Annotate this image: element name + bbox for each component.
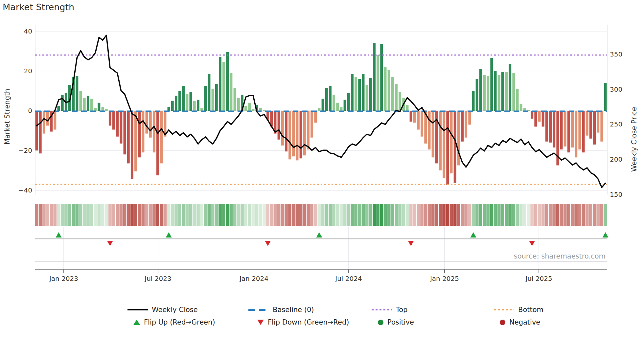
strength-bar	[226, 52, 229, 111]
strength-bar	[83, 98, 86, 111]
strength-bar	[303, 111, 306, 155]
heatmap-cell	[218, 204, 222, 226]
heatmap-cell	[127, 204, 130, 226]
heatmap-cell	[277, 204, 281, 226]
strength-bar	[560, 111, 563, 149]
strength-bar	[285, 111, 288, 151]
heatmap-cell	[255, 204, 259, 226]
strength-bar	[212, 89, 214, 111]
left-tick-neg40: −40	[3, 186, 32, 195]
legend-label: Bottom	[518, 306, 543, 314]
strength-bar	[351, 74, 354, 111]
legend-label: Baseline (0)	[273, 306, 314, 314]
strength-bar	[329, 86, 332, 111]
strength-bar	[230, 73, 232, 111]
strength-bar	[413, 111, 416, 123]
strength-bar	[604, 83, 607, 111]
strength-bar	[542, 111, 544, 126]
heatmap-cell	[318, 204, 321, 226]
legend-weekly-close: Weekly Close	[127, 305, 198, 314]
heatmap-cell	[373, 204, 376, 226]
strength-bar	[468, 111, 471, 124]
heatmap-cell	[182, 204, 185, 226]
strength-bar	[567, 111, 570, 152]
heatmap-cell	[57, 204, 60, 226]
strength-bar	[325, 88, 328, 111]
bottom-dotted-swatch	[494, 309, 514, 310]
heatmap-cell	[226, 204, 229, 226]
strength-bar	[545, 111, 548, 142]
heatmap-cell	[596, 204, 600, 226]
heatmap-cell	[116, 204, 119, 226]
strength-bar	[208, 74, 210, 111]
strength-bar	[355, 77, 357, 111]
heatmap-cell	[446, 204, 449, 226]
flip-down-marker	[529, 241, 535, 246]
legend-baseline: Baseline (0)	[248, 305, 314, 314]
heatmap-cell	[464, 204, 468, 226]
strength-bar	[292, 111, 295, 156]
strength-bar	[197, 100, 199, 111]
heatmap-cell	[391, 204, 394, 226]
strength-bar	[553, 111, 555, 147]
heatmap-cell	[97, 204, 101, 226]
strength-bar	[204, 86, 207, 111]
strength-bar	[131, 111, 133, 179]
strength-bar	[564, 111, 566, 147]
strength-bar	[175, 96, 177, 111]
heatmap-cell	[574, 204, 578, 226]
heatmap-cell	[72, 204, 75, 226]
heatmap-cell	[233, 204, 237, 226]
heatmap-cell	[299, 204, 303, 226]
heatmap-cell	[380, 204, 383, 226]
strength-bar	[487, 76, 489, 111]
heatmap-cell	[457, 204, 460, 226]
strength-bar	[534, 111, 537, 126]
heatmap-cell	[527, 204, 530, 226]
heatmap-cell	[578, 204, 581, 226]
strength-bar	[593, 111, 596, 145]
strength-bar	[465, 111, 467, 138]
top-dotted-swatch	[372, 309, 392, 310]
strength-bar	[369, 78, 372, 111]
strength-bar	[597, 111, 599, 133]
heatmap-cell	[134, 204, 137, 226]
strength-bar	[490, 58, 493, 111]
strength-bar	[58, 106, 60, 111]
strength-bar	[109, 111, 111, 125]
heatmap-cell	[39, 204, 42, 226]
heatmap-cell	[358, 204, 361, 226]
strength-bar	[222, 62, 225, 111]
heatmap-cell	[50, 204, 53, 226]
strength-bar	[54, 111, 56, 130]
strength-bar	[244, 106, 247, 111]
strength-bar	[102, 107, 104, 111]
strength-bar	[190, 92, 192, 111]
market-strength-dashboard: Market Strength Market Strength 40 20 0 …	[0, 0, 644, 362]
strength-bar	[168, 107, 170, 111]
strength-bar	[288, 111, 291, 159]
legend-negative: Negative	[500, 318, 540, 327]
strength-bar	[512, 73, 515, 111]
x-tick-jul-2023: Jul 2023	[128, 275, 188, 283]
heatmap-cell	[64, 204, 68, 226]
legend-flip-up: Flip Up (Red→Green)	[133, 318, 215, 327]
flip-up-marker	[316, 232, 322, 238]
heatmap-cell	[571, 204, 574, 226]
strength-bar	[43, 111, 45, 134]
heatmap-cell	[230, 204, 233, 226]
heatmap-cell	[362, 204, 365, 226]
heatmap-cell	[101, 204, 104, 226]
heatmap-cell	[600, 204, 603, 226]
heatmap-cell	[196, 204, 200, 226]
strength-bar	[494, 71, 497, 111]
heatmap-cell	[288, 204, 291, 226]
strength-bar	[446, 111, 449, 185]
heatmap-cell	[75, 204, 79, 226]
right-tick-200: 200	[610, 155, 636, 164]
strength-bar	[347, 93, 350, 111]
strength-bar	[421, 111, 423, 137]
strength-bar	[384, 67, 386, 111]
strength-bar	[153, 111, 155, 152]
heatmap-cell	[193, 204, 196, 226]
